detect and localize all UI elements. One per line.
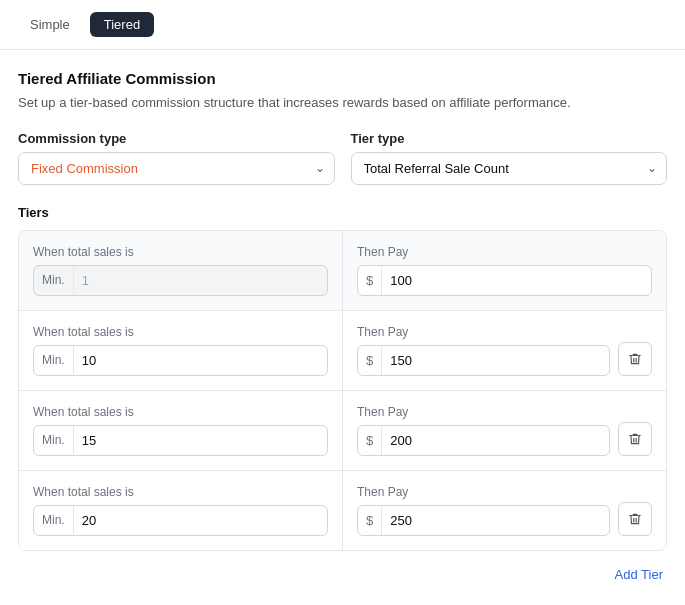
tier-2-min-input-row: Min. bbox=[33, 345, 328, 376]
tier-2-pay-wrap: $ bbox=[357, 345, 610, 376]
tier-3-min-input[interactable] bbox=[74, 426, 327, 455]
tiers-label: Tiers bbox=[18, 205, 667, 220]
tier-2-pay-label: Then Pay bbox=[357, 325, 610, 339]
tier-2-pay-prefix: $ bbox=[358, 346, 382, 375]
tab-tiered[interactable]: Tiered bbox=[90, 12, 154, 37]
tier-2-left: When total sales is Min. bbox=[19, 311, 343, 390]
tier-3-left: When total sales is Min. bbox=[19, 391, 343, 470]
table-row: When total sales is Min. Then Pay $ bbox=[19, 471, 666, 550]
commission-type-group: Commission type Fixed Commission Percent… bbox=[18, 131, 335, 185]
tier-1-when-label: When total sales is bbox=[33, 245, 328, 259]
tier-type-wrapper: Total Referral Sale Count Monthly Referr… bbox=[351, 152, 668, 185]
tier-3-delete-button[interactable] bbox=[618, 422, 652, 456]
tier-1-pay-prefix: $ bbox=[358, 266, 382, 295]
tier-1-min-input bbox=[74, 266, 327, 295]
tier-1-min-prefix: Min. bbox=[34, 266, 74, 294]
tier-1-pay-label: Then Pay bbox=[357, 245, 652, 259]
tier-4-left: When total sales is Min. bbox=[19, 471, 343, 550]
tier-3-pay-wrap: $ bbox=[357, 425, 610, 456]
trash-icon bbox=[628, 432, 642, 446]
tier-2-delete-button[interactable] bbox=[618, 342, 652, 376]
tier-4-pay-prefix: $ bbox=[358, 506, 382, 535]
tier-1-right: Then Pay $ bbox=[343, 231, 666, 310]
tier-1-pay-wrap: $ bbox=[357, 265, 652, 296]
tiers-container: When total sales is Min. Then Pay $ bbox=[18, 230, 667, 551]
section-title: Tiered Affiliate Commission bbox=[18, 70, 667, 87]
trash-icon bbox=[628, 512, 642, 526]
tier-2-pay-input[interactable] bbox=[382, 346, 609, 375]
tier-4-right: Then Pay $ bbox=[343, 471, 666, 550]
add-tier-row: Add Tier bbox=[18, 551, 667, 586]
commission-type-select[interactable]: Fixed Commission Percentage Commission bbox=[18, 152, 335, 185]
tier-4-when-label: When total sales is bbox=[33, 485, 328, 499]
tier-4-pay-input[interactable] bbox=[382, 506, 609, 535]
tier-2-min-input[interactable] bbox=[74, 346, 327, 375]
tab-simple[interactable]: Simple bbox=[16, 12, 84, 37]
tier-3-pay-label: Then Pay bbox=[357, 405, 610, 419]
tier-type-group: Tier type Total Referral Sale Count Mont… bbox=[351, 131, 668, 185]
tier-3-pay-input[interactable] bbox=[382, 426, 609, 455]
section-description: Set up a tier-based commission structure… bbox=[18, 93, 667, 113]
tier-1-left: When total sales is Min. bbox=[19, 231, 343, 310]
tier-type-select[interactable]: Total Referral Sale Count Monthly Referr… bbox=[351, 152, 668, 185]
table-row: When total sales is Min. Then Pay $ bbox=[19, 231, 666, 311]
tier-2-when-label: When total sales is bbox=[33, 325, 328, 339]
tier-2-min-prefix: Min. bbox=[34, 346, 74, 374]
selects-row: Commission type Fixed Commission Percent… bbox=[18, 131, 667, 185]
add-tier-button[interactable]: Add Tier bbox=[615, 563, 663, 586]
commission-type-label: Commission type bbox=[18, 131, 335, 146]
tier-3-min-input-row: Min. bbox=[33, 425, 328, 456]
tier-4-pay-wrap: $ bbox=[357, 505, 610, 536]
table-row: When total sales is Min. Then Pay $ bbox=[19, 391, 666, 471]
tier-4-pay-label: Then Pay bbox=[357, 485, 610, 499]
tier-3-pay-prefix: $ bbox=[358, 426, 382, 455]
tier-type-label: Tier type bbox=[351, 131, 668, 146]
tier-4-min-input[interactable] bbox=[74, 506, 327, 535]
tab-bar: Simple Tiered bbox=[0, 0, 685, 50]
commission-type-wrapper: Fixed Commission Percentage Commission ⌄ bbox=[18, 152, 335, 185]
tier-2-right: Then Pay $ bbox=[343, 311, 666, 390]
tier-4-min-prefix: Min. bbox=[34, 506, 74, 534]
table-row: When total sales is Min. Then Pay $ bbox=[19, 311, 666, 391]
tier-3-when-label: When total sales is bbox=[33, 405, 328, 419]
tier-4-min-input-row: Min. bbox=[33, 505, 328, 536]
tier-4-delete-button[interactable] bbox=[618, 502, 652, 536]
trash-icon bbox=[628, 352, 642, 366]
tier-3-min-prefix: Min. bbox=[34, 426, 74, 454]
main-content: Tiered Affiliate Commission Set up a tie… bbox=[0, 50, 685, 605]
tier-1-pay-input[interactable] bbox=[382, 266, 651, 295]
tier-1-min-input-row: Min. bbox=[33, 265, 328, 296]
tier-3-right: Then Pay $ bbox=[343, 391, 666, 470]
